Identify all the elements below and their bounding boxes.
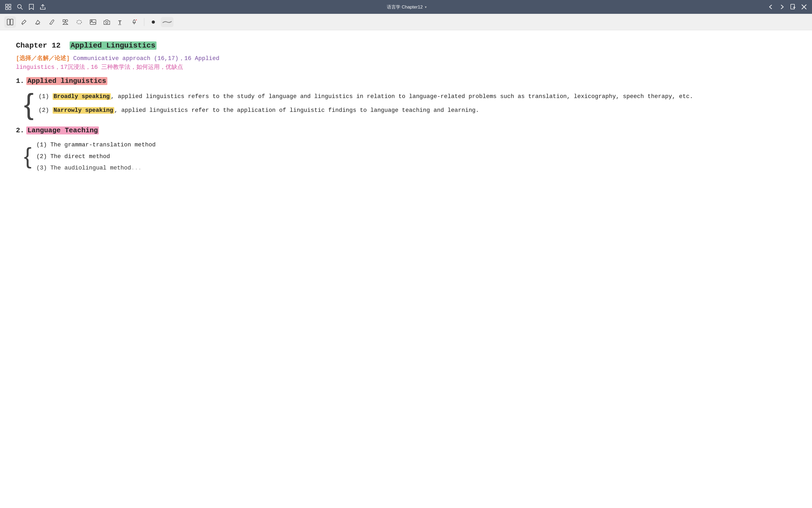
- shapes-icon: [62, 19, 68, 25]
- brace-content-2: (1) The grammar-translation method (2) T…: [36, 139, 796, 173]
- title-bar-right: [768, 4, 807, 10]
- text-button[interactable]: T: [115, 16, 126, 28]
- brace-symbol-2: {: [24, 144, 32, 167]
- pen-button[interactable]: [18, 16, 30, 28]
- pointer-button[interactable]: [129, 16, 140, 28]
- camera-icon: [103, 19, 110, 25]
- item2-number: (2): [39, 107, 53, 114]
- share-button[interactable]: [40, 4, 46, 10]
- new-page-icon: [790, 4, 796, 10]
- image-icon: [90, 19, 96, 25]
- grid-icon: [5, 4, 11, 10]
- close-icon: [801, 4, 807, 9]
- title-chevron[interactable]: ▾: [425, 5, 427, 9]
- text-icon: T: [118, 19, 124, 25]
- section1-brace-block: { (1) Broadly speaking, applied linguist…: [24, 89, 796, 119]
- section2-item3: (3) The audiolingual method...: [36, 163, 796, 173]
- svg-point-24: [136, 19, 137, 20]
- item1-text: , applied linguistics refers to the stud…: [111, 93, 693, 100]
- section2-item2: (2) The direct method: [36, 152, 796, 161]
- chapter-heading: Chapter 12 Applied Linguistics: [16, 41, 796, 50]
- panel-toggle-button[interactable]: [4, 16, 16, 28]
- item2-highlight: Narrowly speaking: [53, 107, 114, 114]
- color-indicator: [152, 20, 155, 24]
- section1-item1: (1) Broadly speaking, applied linguistic…: [39, 92, 796, 101]
- eraser-icon: [35, 19, 41, 25]
- back-button[interactable]: [768, 4, 774, 10]
- shapes-button[interactable]: [59, 16, 71, 28]
- svg-rect-2: [6, 7, 8, 9]
- bookmark-button[interactable]: [29, 4, 34, 10]
- eraser-button[interactable]: [32, 16, 44, 28]
- new-page-button[interactable]: [790, 4, 796, 10]
- close-button[interactable]: [801, 4, 807, 9]
- svg-rect-16: [63, 20, 65, 22]
- svg-rect-0: [6, 4, 8, 6]
- lasso-icon: [76, 19, 82, 25]
- forward-icon: [779, 4, 785, 10]
- section2-title: Language Teaching: [26, 126, 99, 134]
- item1-highlight: Broadly speaking: [53, 93, 111, 100]
- section1-item2: (2) Narrowly speaking, applied linguisti…: [39, 106, 796, 115]
- exam-text2: linguistics，17沉浸法，16 三种教学法，如何运用，优缺点: [16, 64, 183, 71]
- search-button[interactable]: [17, 4, 23, 10]
- chapter-title-highlight: Applied Linguistics: [70, 41, 157, 50]
- section1-heading: 1. Applied linguistics: [16, 77, 796, 85]
- svg-rect-6: [791, 4, 795, 9]
- section2-brace-block: { (1) The grammar-translation method (2)…: [24, 139, 796, 173]
- svg-line-5: [21, 8, 23, 9]
- chapter-number: Chapter 12: [16, 41, 60, 50]
- lasso-button[interactable]: [73, 16, 85, 28]
- svg-rect-3: [9, 7, 11, 9]
- brace-content-1: (1) Broadly speaking, applied linguistic…: [39, 89, 796, 119]
- image-button[interactable]: [87, 16, 99, 28]
- grid-button[interactable]: [5, 4, 11, 10]
- svg-point-17: [66, 20, 68, 22]
- brace-symbol-1: {: [24, 89, 34, 119]
- content-area: Chapter 12 Applied Linguistics [选择／名解／论述…: [0, 30, 812, 508]
- marker-button[interactable]: [46, 16, 57, 28]
- svg-text:T: T: [118, 19, 121, 25]
- section1-number: 1.: [16, 77, 24, 85]
- svg-rect-1: [9, 4, 11, 6]
- svg-point-4: [17, 4, 21, 8]
- document-title: 语言学 Chapter12: [387, 4, 423, 10]
- title-bar-left: [5, 4, 46, 10]
- pointer-icon: [131, 19, 137, 25]
- marker-icon: [49, 19, 54, 25]
- color-dot-container: [148, 17, 159, 27]
- camera-button[interactable]: [101, 16, 113, 28]
- svg-line-15: [50, 24, 51, 25]
- brush-preview[interactable]: [161, 17, 173, 27]
- section1-title: Applied linguistics: [26, 77, 107, 85]
- forward-button[interactable]: [779, 4, 785, 10]
- brush-stroke-icon: [162, 20, 172, 24]
- exam-brackets: [选择／名解／论述]: [16, 55, 70, 62]
- bookmark-icon: [29, 4, 34, 10]
- exam-hint: [选择／名解／论述] Communicative approach (16,17…: [16, 54, 796, 72]
- section2-item1: (1) The grammar-translation method: [36, 140, 796, 150]
- svg-point-18: [77, 20, 82, 24]
- svg-point-21: [106, 22, 108, 24]
- toolbar: T: [0, 14, 812, 30]
- title-bar: 语言学 Chapter12 ▾: [0, 0, 812, 14]
- pen-icon: [21, 19, 27, 25]
- exam-text1: Communicative approach (16,17)，16 Applie…: [70, 55, 219, 62]
- item2-text: , applied linguistics refer to the appli…: [114, 107, 479, 114]
- search-icon: [17, 4, 23, 10]
- section2-heading: 2. Language Teaching: [16, 126, 796, 134]
- item1-number: (1): [39, 93, 53, 100]
- back-icon: [768, 4, 774, 10]
- share-icon: [40, 4, 46, 10]
- panel-toggle-icon: [7, 19, 13, 25]
- section2-number: 2.: [16, 126, 24, 134]
- title-bar-center: 语言学 Chapter12 ▾: [387, 4, 427, 10]
- svg-rect-11: [7, 19, 10, 25]
- svg-rect-12: [10, 19, 13, 25]
